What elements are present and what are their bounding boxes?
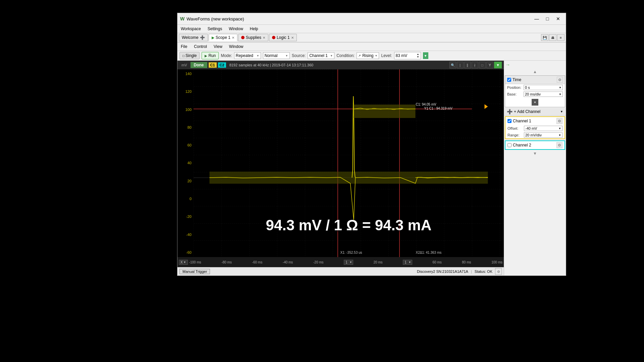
- trigger-value: Normal: [265, 53, 278, 58]
- run-button[interactable]: ▶ Run: [202, 52, 219, 59]
- scope-container: mV Done C1 C2 8192 samples at 40 kHz | 2…: [177, 61, 566, 276]
- x-tick-neg80: -80 ms: [221, 260, 232, 264]
- condition-icon: ↗: [358, 54, 361, 57]
- mode-value: Repeated: [236, 53, 253, 58]
- measure-icon-btn[interactable]: □: [479, 62, 486, 68]
- time-position-row: Position: 0 s ▼: [505, 84, 565, 91]
- level-up-icon[interactable]: ▲: [417, 53, 419, 56]
- ch2-button[interactable]: C2: [218, 62, 226, 68]
- y-axis-btn[interactable]: Y: [486, 62, 493, 68]
- tab-logic1[interactable]: Logic 1 ✕: [269, 34, 297, 41]
- tab-welcome[interactable]: Welcome ➕: [179, 34, 208, 41]
- panel-top-arrow: →: [504, 61, 566, 69]
- tab-supplies[interactable]: Supplies ✕: [238, 34, 268, 41]
- tab-tool-1[interactable]: 💾: [541, 34, 548, 41]
- tab-logic1-close[interactable]: ✕: [291, 36, 294, 40]
- add-channel-button[interactable]: ➕ + Add Channel ▼: [504, 108, 566, 116]
- x-right-control[interactable]: 1 ▼: [403, 260, 412, 265]
- time-base-row: Base: 20 ms/div ▼: [505, 91, 565, 98]
- tab-logic1-label: Logic 1: [277, 35, 290, 40]
- tab-supplies-label: Supplies: [246, 35, 261, 40]
- menu-help[interactable]: Help: [247, 25, 262, 32]
- x-center-control[interactable]: 1 ▼: [344, 260, 353, 265]
- source-select[interactable]: Channel 1 ▼: [308, 52, 334, 59]
- level-down-icon[interactable]: ▼: [417, 56, 419, 58]
- run-icon: ▶: [205, 54, 207, 58]
- ch1-checkbox[interactable]: [507, 119, 512, 123]
- expand-right-icon: →: [505, 62, 510, 67]
- ch1-range-arrow-icon: ▼: [558, 134, 561, 137]
- cursor2-icon-btn[interactable]: ‖: [464, 62, 471, 68]
- status-ok: Status: OK: [475, 269, 492, 274]
- menu-settings[interactable]: Settings: [204, 25, 225, 32]
- scope-header: mV Done C1 C2 8192 samples at 40 kHz | 2…: [177, 61, 504, 69]
- base-select[interactable]: 20 ms/div ▼: [524, 92, 563, 97]
- zoom-icon-btn[interactable]: 🔍: [449, 62, 456, 68]
- position-label: Position:: [507, 85, 522, 89]
- position-arrow-icon: ▼: [559, 86, 561, 89]
- ch1-range-row: Range: 20 mV/div ▼: [505, 132, 565, 138]
- channel1-section: Channel 1 ⚙ Offset: -40 mV ▼ Range: 20: [505, 116, 565, 139]
- scope-info-text: 8192 samples at 40 kHz | 2019-07-14 13:1…: [229, 63, 314, 67]
- waveform-canvas[interactable]: X1: -352.53 us X2Δ1: 41.363 ms C1: 94.05…: [194, 69, 504, 257]
- condition-select[interactable]: ↗ Rising ▼: [357, 52, 379, 59]
- tab-tool-3[interactable]: ≡: [557, 34, 565, 41]
- x-type-arrow-icon: ▼: [183, 261, 186, 264]
- panel-scroll-up[interactable]: ▲: [504, 69, 566, 75]
- ch2-header: Channel 2 ⚙: [505, 141, 565, 149]
- time-down-arrow-button[interactable]: ▼: [532, 99, 538, 106]
- tab-scope1-label: Scope 1: [216, 35, 230, 40]
- tab-tool-2[interactable]: 🖶: [549, 34, 556, 41]
- cursor3-icon-btn[interactable]: ∤: [472, 62, 478, 68]
- ch2-gear-button[interactable]: ⚙: [556, 142, 562, 148]
- tab-scope1[interactable]: ▶ Scope 1 ✕: [209, 34, 237, 41]
- scope-header-icons: 🔍 ∣ ‖ ∤ □ Y ▼: [449, 62, 502, 68]
- ch1-offset-select[interactable]: -40 mV ▼: [524, 126, 562, 131]
- ch1-range-select[interactable]: 20 mV/div ▼: [524, 132, 562, 138]
- y-label-40: 40: [178, 161, 193, 165]
- y-label-100: 100: [178, 108, 193, 112]
- level-input[interactable]: 83 mV ▲ ▼: [394, 52, 421, 59]
- time-gear-button[interactable]: ⚙: [557, 77, 563, 83]
- time-checkbox[interactable]: [507, 78, 511, 82]
- menu-workspace[interactable]: Workspace: [177, 25, 204, 32]
- x-axis-container: X ▼ -100 ms -80 ms -60 ms -40 ms -20 ms …: [177, 257, 504, 267]
- expand-btn[interactable]: ▼: [494, 62, 502, 68]
- tab-supplies-close[interactable]: ✕: [263, 36, 265, 40]
- position-value: 0 s: [525, 85, 530, 89]
- ch1-title: Channel 1: [513, 119, 555, 123]
- title-bar-left: W WaveForms (new workspace): [180, 16, 244, 21]
- position-select[interactable]: 0 s ▼: [524, 85, 563, 90]
- ch1-gear-button[interactable]: ⚙: [556, 118, 562, 124]
- x-type-select[interactable]: X ▼: [179, 260, 188, 265]
- ch1-offset-label: Offset:: [507, 126, 523, 130]
- tab-scope1-close[interactable]: ✕: [232, 36, 234, 40]
- done-button[interactable]: Done: [191, 62, 207, 68]
- menu-window2[interactable]: Window: [226, 43, 247, 50]
- mode-select[interactable]: Repeated ▼: [234, 52, 261, 59]
- status-gear-button[interactable]: ⚙: [495, 268, 502, 275]
- menu-file[interactable]: File: [177, 43, 191, 50]
- time-section-header: Time ⚙: [505, 76, 565, 84]
- panel-scroll-down[interactable]: ▼: [504, 150, 566, 157]
- level-value: 83 mV: [396, 53, 408, 58]
- menu-window[interactable]: Window: [225, 25, 247, 32]
- cursor1-icon-btn[interactable]: ∣: [457, 62, 464, 68]
- maximize-button[interactable]: □: [542, 15, 552, 22]
- single-button[interactable]: □ Single: [179, 52, 200, 59]
- ch1-button[interactable]: C1: [209, 62, 217, 68]
- y-label-neg60: -60: [178, 251, 193, 254]
- menu-view[interactable]: View: [210, 43, 226, 50]
- status-bar: Manual Trigger Discovery2 SN:210321A1A71…: [177, 267, 504, 276]
- ch2-title: Channel 2: [513, 143, 555, 147]
- manual-trigger-button[interactable]: Manual Trigger: [179, 269, 210, 274]
- trigger-select[interactable]: Normal ▼: [263, 52, 290, 59]
- minimize-button[interactable]: —: [532, 15, 542, 22]
- close-button[interactable]: ✕: [553, 15, 563, 22]
- mode-label: Mode:: [221, 53, 232, 58]
- menu-control[interactable]: Control: [191, 43, 210, 50]
- level-down-button[interactable]: ▼: [423, 52, 428, 59]
- y-label-140: 140: [178, 72, 193, 76]
- title-bar: W WaveForms (new workspace) — □ ✕: [177, 13, 566, 25]
- ch2-checkbox[interactable]: [507, 143, 512, 147]
